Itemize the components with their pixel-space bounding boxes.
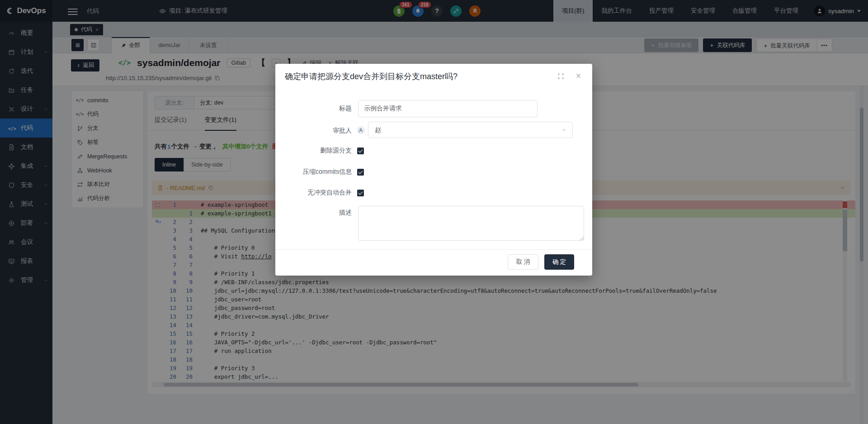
confirm-button[interactable]: 确定: [544, 254, 574, 270]
checkbox-0[interactable]: [357, 148, 364, 154]
chevron-down-icon: [561, 127, 567, 133]
cancel-button[interactable]: 取消: [508, 254, 538, 270]
checkbox-2[interactable]: [357, 190, 364, 196]
close-icon[interactable]: [576, 73, 581, 79]
checkbox-label: 压缩commits信息: [275, 168, 352, 176]
textarea-resize-handle[interactable]: [579, 235, 584, 240]
approver-field-label: 审批人: [275, 127, 352, 135]
checkbox-1[interactable]: [357, 169, 364, 176]
title-field-label: 标题: [275, 105, 352, 113]
expand-icon[interactable]: [557, 73, 564, 80]
checkbox-label: 删除源分支: [275, 147, 352, 155]
modal-footer-divider: [275, 249, 592, 250]
description-textarea[interactable]: [358, 206, 584, 241]
title-input[interactable]: [358, 100, 538, 117]
approver-select[interactable]: 赵: [368, 122, 573, 138]
description-field-label: 描述: [275, 209, 352, 217]
modal-title: 确定申请把源分支dev合并到目标分支master吗?: [285, 71, 458, 82]
checkbox-label: 无冲突自动合并: [275, 189, 352, 197]
approver-value: 赵: [375, 126, 381, 133]
app-window: DevOps 代码 项目: 瀑布式研发管理 161 218 ? 项目(群) 我的…: [0, 0, 868, 424]
merge-request-modal: 确定申请把源分支dev合并到目标分支master吗? 标题 审批人 赵 删除源分…: [275, 64, 592, 276]
approver-avatar: [357, 126, 365, 134]
